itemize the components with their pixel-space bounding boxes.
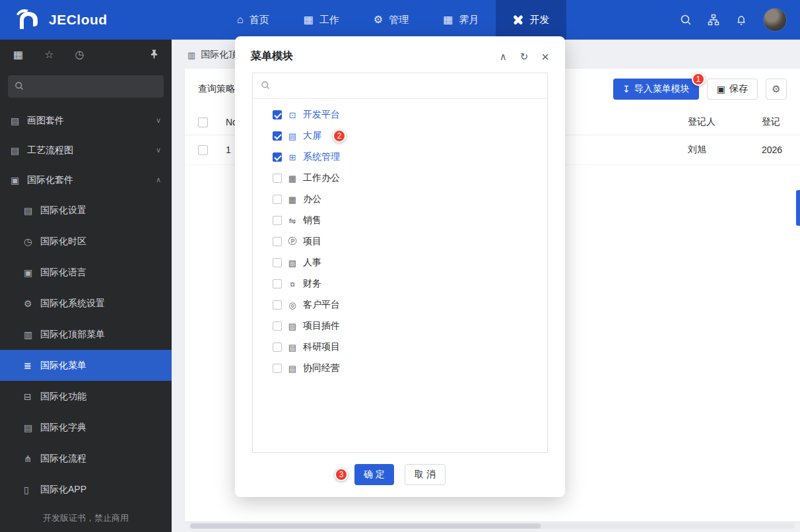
tree-checkbox[interactable] [273,131,282,141]
sidebar-menu-item[interactable]: ▥ 国际化顶部菜单 [0,319,172,350]
top-nav-item[interactable]: ▦ 工作 [286,0,356,40]
tree-search[interactable] [253,73,547,99]
import-menu-module-button[interactable]: ↧ 导入菜单模块 1 [613,79,699,100]
tree-checkbox[interactable] [273,216,282,225]
tree-item-label: 财务 [303,278,321,290]
tree-checkbox[interactable] [273,279,282,288]
menu-item-label: 国际化时区 [40,236,161,248]
menu-item-icon: ▤ [24,422,40,433]
tree-item-label: 项目 [303,236,321,248]
row-checkbox[interactable] [198,145,208,155]
sidebar-menu-item[interactable]: ▤ 国际化字典 [0,412,172,443]
tree-item[interactable]: ◎ 客户平台 [253,294,547,316]
top-nav-item[interactable]: ⌂ 首页 [220,0,286,40]
horizontal-scrollbar-thumb[interactable] [190,523,541,529]
tree-item-icon: Ⓟ [286,236,298,248]
dialog-tools: ∧ ↻ × [500,50,549,63]
tree-item-label: 开发平台 [303,109,340,121]
tree-item[interactable]: ⊡ 开发平台 [253,104,547,125]
tree-item-label: 办公 [303,193,321,205]
org-chart-icon[interactable] [708,14,719,26]
home-icon: ⌂ [237,15,244,25]
sidebar-menu-item[interactable]: ▤ 国际化设置 [0,195,172,226]
sidebar-search[interactable] [8,75,164,98]
recent-clock-icon[interactable]: ◷ [75,50,84,60]
search-icon[interactable] [680,14,692,26]
menu-item-icon: ≣ [24,360,40,371]
nav-label: 管理 [389,14,409,26]
select-all-checkbox[interactable] [198,117,208,127]
sidebar-menu-item[interactable]: ⋔ 国际化流程 [0,443,172,474]
tree-item-label: 项目插件 [303,320,340,332]
pin-icon[interactable] [150,49,158,61]
menu-item-icon: ▯ [24,484,40,495]
favorites-star-icon[interactable]: ☆ [44,50,53,60]
tree-checkbox[interactable] [273,174,282,183]
confirm-button[interactable]: 3 确 定 [354,464,394,485]
tree-item[interactable]: ▤ 协同经营 [253,358,547,379]
chevron-icon: ∨ [156,146,161,154]
tree-checkbox[interactable] [273,237,282,246]
cancel-button[interactable]: 取 消 [405,464,446,485]
top-nav-item[interactable]: ⚙ 管理 [356,0,426,40]
col-date-header: 登记 [762,116,800,128]
tree-item[interactable]: ⇋ 销售 [253,210,547,231]
sidebar-menu-item[interactable]: ⊟ 国际化功能 [0,381,172,412]
top-nav: ⌂ 首页 ▦ 工作 ⚙ 管理 ▦ 霁月 开发 [220,0,566,40]
tree-checkbox[interactable] [273,152,282,162]
tree-checkbox[interactable] [273,343,282,352]
tree-item[interactable]: ▦ 办公 [253,189,547,210]
sidebar-menu: ▤ 画图套件 ∨ ▤ 工艺流程图 ∨ ▣ 国际化套件 ∧ ▤ 国际化设置 ◷ 国… [0,106,172,506]
sidebar-menu-item[interactable]: ▤ 画图套件 ∨ [0,106,172,135]
tree-item[interactable]: ▤ 大屏 2 [253,125,547,147]
menu-item-icon: ⚙ [24,298,40,309]
sidebar-menu-item[interactable]: ▣ 国际化语言 [0,257,172,288]
tree-checkbox[interactable] [273,321,282,331]
tree-item[interactable]: ▧ 人事 [253,252,547,273]
tree-item-icon: ▦ [286,174,298,183]
top-nav-item[interactable]: 开发 [496,0,566,40]
sidebar-menu-item[interactable]: ◷ 国际化时区 [0,226,172,257]
module-tree: ⊡ 开发平台 ▤ 大屏 2 ⊞ 系统管理 ▦ 工作办公 ▦ 办公 ⇋ 销售 Ⓟ … [253,99,547,452]
save-button[interactable]: ▣ 保存 [707,79,758,100]
sidebar-menu-item[interactable]: ≣ 国际化菜单 [0,350,172,381]
tree-checkbox[interactable] [273,110,282,119]
tree-item[interactable]: ¤ 财务 [253,273,547,294]
brand: JECloud [0,8,142,32]
tree-item[interactable]: Ⓟ 项目 [253,231,547,252]
table-settings-button[interactable]: ⚙ [766,79,787,100]
tree-item-icon: ⇋ [286,216,298,226]
annotation-badge-1: 1 [692,73,705,86]
tree-item[interactable]: ▤ 科研项目 [253,337,547,358]
sidebar-menu-item[interactable]: ▤ 工艺流程图 ∨ [0,135,172,165]
avatar[interactable] [763,8,787,32]
tree-checkbox[interactable] [273,195,282,204]
tree-item-icon: ⊡ [286,110,298,120]
close-icon[interactable]: × [541,50,549,63]
sidebar-menu-item[interactable]: ▯ 国际化APP [0,474,172,505]
tree-item[interactable]: ⊞ 系统管理 [253,147,547,168]
tree-item[interactable]: ▤ 项目插件 [253,316,547,337]
tree-item[interactable]: ▦ 工作办公 [253,168,547,189]
refresh-icon[interactable]: ↻ [520,51,529,61]
nav-label: 首页 [250,14,269,26]
annotation-badge-3: 3 [335,468,348,481]
apps-icon[interactable]: ▦ [13,50,23,60]
tree-item-icon: ◎ [286,300,298,310]
sidebar-menu-item[interactable]: ▣ 国际化套件 ∧ [0,165,172,195]
nav-label: 开发 [529,14,549,26]
tree-checkbox[interactable] [273,300,282,310]
tree-item-label: 科研项目 [303,341,340,353]
tree-checkbox[interactable] [273,364,282,373]
bell-icon[interactable] [735,14,747,26]
tree-search-input[interactable] [275,80,539,92]
tree-checkbox[interactable] [273,258,282,267]
right-edge-tab[interactable] [796,190,800,226]
menu-item-label: 国际化系统设置 [40,298,161,310]
sidebar-menu-item[interactable]: ⚙ 国际化系统设置 [0,288,172,319]
collapse-chevron-up-icon[interactable]: ∧ [500,51,507,61]
menu-panel-icon: ▥ [187,50,195,60]
sidebar-search-input[interactable] [29,81,157,92]
top-nav-item[interactable]: ▦ 霁月 [426,0,496,40]
chevron-icon: ∧ [156,176,161,184]
